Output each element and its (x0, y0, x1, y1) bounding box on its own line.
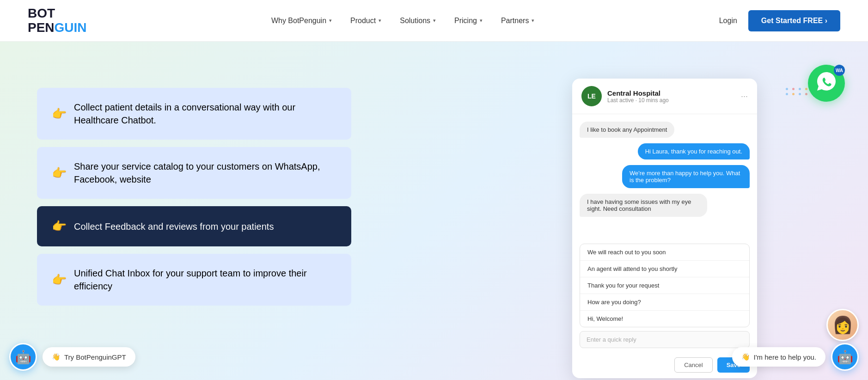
nav-links: Why BotPenguin ▾ Product ▾ Solutions ▾ P… (271, 17, 535, 25)
help-bubble-text: I'm here to help you. (754, 353, 816, 361)
bot-icon-left: 🤖 (15, 349, 31, 365)
chat-info: Central Hospital Last active · 10 mins a… (607, 89, 669, 104)
navbar: BOT PENGUIN Why BotPenguin ▾ Product ▾ S… (0, 0, 868, 42)
chat-hospital-name: Central Hospital (607, 89, 669, 97)
nav-item-pricing[interactable]: Pricing ▾ (454, 17, 483, 25)
feature-card-1[interactable]: 👉 Collect patient details in a conversat… (37, 88, 351, 140)
wave-icon-right: 👋 (741, 353, 750, 361)
quick-reply-1[interactable]: We will reach out to you soon (580, 244, 749, 261)
feature-text-2: Share your service catalog to your custo… (74, 160, 336, 186)
logo-bot: BOT (28, 6, 55, 20)
logo-text: BOT PENGUIN (28, 6, 87, 35)
quick-reply-2[interactable]: An agent will attend to you shortly (580, 261, 749, 277)
nav-label-solutions: Solutions (400, 17, 430, 25)
feature-text-4: Unified Chat Inbox for your support team… (74, 267, 336, 293)
more-options-icon[interactable]: ··· (741, 92, 748, 101)
quick-reply-4[interactable]: How are you doing? (580, 294, 749, 311)
feature-card-3[interactable]: 👉 Collect Feedback and reviews from your… (37, 206, 351, 246)
bot-icon-right: 🤖 (837, 349, 853, 365)
nav-label-why: Why BotPenguin (271, 17, 326, 25)
chevron-down-icon: ▾ (433, 18, 436, 24)
pointing-icon-1: 👉 (52, 107, 67, 121)
nav-item-product[interactable]: Product ▾ (350, 17, 381, 25)
chat-header-left: LE Central Hospital Last active · 10 min… (581, 86, 669, 106)
nav-label-product: Product (350, 17, 376, 25)
message-4: I have having some issues with my eye si… (580, 194, 707, 217)
nav-label-partners: Partners (501, 17, 529, 25)
message-1: I like to book any Appointment (580, 122, 674, 138)
chat-footer-buttons: Cancel Save (572, 352, 757, 378)
bot-float-left: 🤖 👋 Try BotPenguinGPT (9, 343, 135, 371)
main-content: 👉 Collect patient details in a conversat… (0, 42, 868, 380)
bot-bubble-text-left: Try BotPenguinGPT (64, 353, 126, 361)
cancel-button[interactable]: Cancel (674, 357, 712, 373)
feature-text-1: Collect patient details in a conversatio… (74, 101, 336, 127)
message-2: Hi Laura, thank you for reaching out. (638, 143, 750, 159)
pointing-icon-2: 👉 (52, 166, 67, 180)
nav-item-why[interactable]: Why BotPenguin ▾ (271, 17, 332, 25)
nav-right: Login Get Started FREE › (719, 10, 840, 31)
logo-guin: GUIN (55, 20, 87, 35)
person-icon: 👩 (832, 315, 853, 335)
quick-reply-5[interactable]: Hi, Welcome! (580, 311, 749, 327)
logo: BOT PENGUIN (28, 6, 87, 35)
chevron-down-icon: ▾ (379, 18, 381, 24)
bot-avatar-right[interactable]: 🤖 (831, 343, 859, 371)
nav-item-partners[interactable]: Partners ▾ (501, 17, 534, 25)
chevron-down-icon: ▾ (532, 18, 534, 24)
nav-item-solutions[interactable]: Solutions ▾ (400, 17, 436, 25)
whatsapp-badge: WA (834, 65, 845, 76)
login-button[interactable]: Login (719, 17, 737, 25)
feature-list: 👉 Collect patient details in a conversat… (37, 69, 351, 306)
chat-header: LE Central Hospital Last active · 10 min… (572, 79, 757, 114)
person-avatar-float: 👩 (826, 309, 859, 341)
feature-text-3: Collect Feedback and reviews from your p… (74, 220, 274, 233)
nav-label-pricing: Pricing (454, 17, 477, 25)
help-bubble[interactable]: 👋 I'm here to help you. (732, 347, 825, 367)
quick-reply-dropdown: We will reach out to you soon An agent w… (580, 244, 750, 327)
feature-card-2[interactable]: 👉 Share your service catalog to your cus… (37, 147, 351, 199)
chat-demo: WA LE Central Hospital Last active · 10 … (572, 69, 831, 378)
quick-reply-3[interactable]: Thank you for your request (580, 277, 749, 294)
quick-reply-input-display[interactable]: Enter a quick reply (580, 331, 750, 348)
chevron-down-icon: ▾ (329, 18, 332, 24)
bot-bubble-left[interactable]: 👋 Try BotPenguinGPT (43, 347, 135, 367)
whatsapp-float: WA (808, 65, 845, 102)
chat-messages: I like to book any Appointment Hi Laura,… (572, 114, 757, 244)
whatsapp-icon (815, 70, 837, 97)
chat-window: LE Central Hospital Last active · 10 min… (572, 79, 757, 378)
logo-pen: PEN (28, 20, 55, 35)
chevron-down-icon: ▾ (480, 18, 483, 24)
bot-avatar-left[interactable]: 🤖 (9, 343, 37, 371)
pointing-icon-4: 👉 (52, 273, 67, 287)
avatar: LE (581, 86, 602, 106)
wave-icon-left: 👋 (52, 353, 61, 361)
bot-float-right: 👋 I'm here to help you. 🤖 (732, 343, 859, 371)
chat-status: Last active · 10 mins ago (607, 97, 669, 104)
pointing-icon-3: 👉 (52, 219, 67, 233)
feature-card-4[interactable]: 👉 Unified Chat Inbox for your support te… (37, 254, 351, 306)
get-started-button[interactable]: Get Started FREE › (748, 10, 840, 31)
message-3: We're more than happy to help you. What … (622, 165, 750, 188)
